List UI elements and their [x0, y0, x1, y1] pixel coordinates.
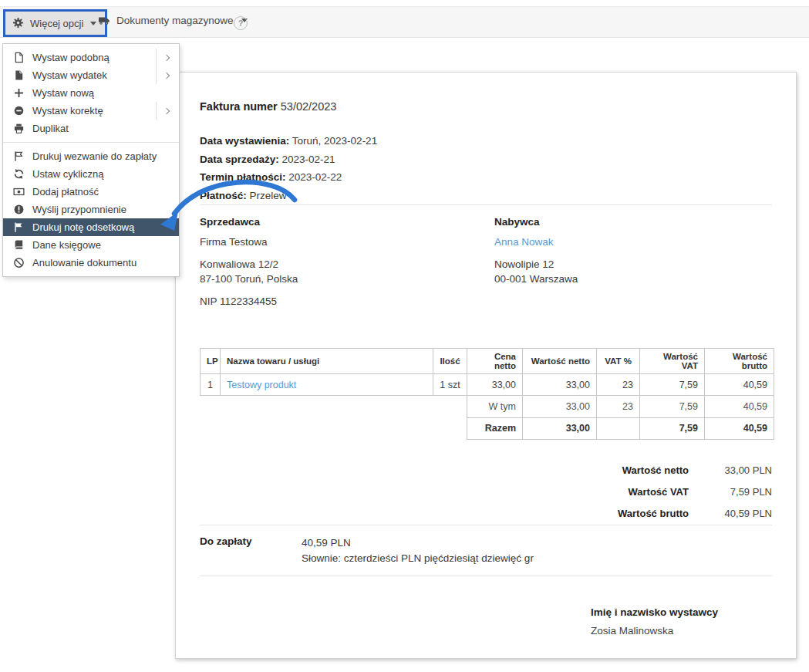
menu-item-wystaw-korekte[interactable]: Wystaw korektę — [3, 102, 179, 120]
menu-item-ustaw-cykliczna[interactable]: Ustaw cykliczną — [3, 165, 179, 183]
menu-item-dodaj-platnosc[interactable]: Dodaj płatność — [3, 183, 179, 201]
payment-due-amount: 40,59 PLN — [302, 535, 534, 551]
document-outline-icon — [13, 52, 25, 63]
submenu-chevron-icon — [156, 66, 179, 84]
menu-item-wyslij-przypomnienie[interactable]: Wyślij przypomnienie — [3, 201, 179, 218]
signature-block: Imię i nazwisko wystawcy Zosia Malinowsk… — [591, 606, 772, 637]
subtotal-gross: 40,59 — [705, 417, 774, 439]
divider — [200, 204, 772, 205]
item-row: 1 Testowy produkt 1 szt 33,00 33,00 23 7… — [201, 374, 774, 396]
annotation-rectangle: Więcej opcji — [3, 9, 107, 37]
meta-row-issue-date: Data wystawienia: Toruń, 2023-02-21 — [200, 132, 772, 150]
seller-address-line1: Konwaliowa 12/2 — [200, 258, 494, 272]
more-options-label: Więcej opcji — [30, 18, 83, 29]
meta-label: Data wystawienia: — [200, 135, 289, 147]
item-qty: 1 szt — [433, 374, 467, 396]
menu-item-wystaw-wydatek[interactable]: Wystaw wydatek — [3, 66, 179, 84]
total-value: 7,59 PLN — [689, 486, 772, 498]
meta-label: Płatność: — [200, 190, 247, 201]
divider — [200, 576, 772, 576]
menu-item-wystaw-podobna[interactable]: Wystaw podobną — [3, 49, 179, 66]
menu-item-drukuj-note-odsetkowa[interactable]: Drukuj notę odsetkową — [3, 218, 179, 236]
menu-item-label: Duplikat — [32, 123, 179, 134]
caret-down-icon — [90, 22, 96, 25]
more-options-dropdown-menu: Wystaw podobną Wystaw wydatek Wystaw now… — [2, 43, 180, 277]
buyer-heading: Nabywca — [494, 216, 578, 228]
menu-item-label: Ustaw cykliczną — [32, 168, 179, 180]
submenu-chevron-icon — [156, 102, 179, 120]
invoice-title: Faktura numer 53/02/2023 — [200, 100, 772, 113]
meta-value: Przelew — [250, 190, 287, 201]
item-name-link[interactable]: Testowy produkt — [227, 380, 296, 390]
items-table: LP Nazwa towaru / usługi Ilość Cena nett… — [200, 348, 774, 396]
help-label: ? — [238, 19, 244, 28]
invoice-number: 53/02/2023 — [281, 100, 337, 113]
subtotal-gross: 40,59 — [705, 396, 774, 417]
meta-value: 2023-02-22 — [288, 171, 342, 183]
parties-section: Sprzedawca Firma Testowa Konwaliowa 12/2… — [200, 216, 772, 307]
subtotal-row-wtym: W tym 33,00 23 7,59 40,59 — [467, 396, 774, 417]
seller-address-line2: 87-100 Toruń, Polska — [200, 272, 494, 287]
total-label: Wartość netto — [622, 464, 689, 476]
vat-summary-table: W tym 33,00 23 7,59 40,59 Razem 33,00 7,… — [467, 396, 774, 440]
seller-tax-id: NIP 1122334455 — [200, 295, 494, 307]
truck-icon — [98, 14, 110, 26]
buyer-address: Nowolipie 12 00-001 Warszawa — [494, 258, 578, 286]
invoice-document: Faktura numer 53/02/2023 Data wystawieni… — [175, 72, 797, 659]
total-label: Wartość VAT — [629, 486, 689, 498]
menu-item-anulowanie-dokumentu[interactable]: Anulowanie dokumentu — [3, 254, 179, 272]
buyer-block: Nabywca Anna Nowak Nowolipie 12 00-001 W… — [494, 216, 578, 307]
totals-section: Wartość netto 33,00 PLN Wartość VAT 7,59… — [200, 460, 772, 525]
book-icon — [13, 239, 25, 251]
warehouse-documents-label: Dokumenty magazynowe — [116, 15, 234, 26]
total-value: 40,59 PLN — [689, 508, 772, 519]
warehouse-documents-button[interactable]: Dokumenty magazynowe — [98, 14, 248, 26]
gear-icon — [12, 17, 25, 29]
item-gross-value: 40,59 — [705, 374, 774, 396]
item-net-value: 33,00 — [523, 374, 597, 396]
menu-item-label: Wystaw korektę — [32, 105, 153, 117]
minus-circle-icon — [13, 105, 25, 117]
subtotal-label: Razem — [467, 417, 523, 439]
menu-item-dane-ksiegowe[interactable]: Dane księgowe — [3, 236, 179, 254]
menu-item-drukuj-wezwanie[interactable]: Drukuj wezwanie do zapłaty — [3, 147, 179, 165]
banknote-icon — [13, 186, 25, 198]
menu-item-wystaw-nowa[interactable]: Wystaw nową — [3, 84, 179, 102]
item-lp: 1 — [201, 374, 221, 396]
seller-name: Firma Testowa — [200, 236, 494, 248]
menu-item-label: Wyślij przypomnienie — [32, 204, 179, 215]
menu-item-duplikat[interactable]: Duplikat — [3, 120, 179, 137]
plus-icon — [13, 87, 25, 99]
meta-value: Toruń, 2023-02-21 — [292, 135, 377, 147]
seller-block: Sprzedawca Firma Testowa Konwaliowa 12/2… — [200, 216, 494, 307]
meta-row-payment-deadline: Termin płatności: 2023-02-22 — [200, 168, 772, 187]
total-gross-row: Wartość brutto 40,59 PLN — [200, 503, 772, 525]
menu-item-label: Wystaw wydatek — [32, 69, 153, 81]
more-options-button[interactable]: Więcej opcji — [5, 12, 105, 35]
refresh-icon — [13, 168, 25, 180]
invoice-meta: Data wystawienia: Toruń, 2023-02-21 Data… — [200, 132, 772, 204]
col-header-vat-value: Wartość VAT — [640, 349, 705, 374]
item-vat-rate: 23 — [597, 374, 640, 396]
buyer-name-link[interactable]: Anna Nowak — [494, 236, 554, 248]
meta-row-payment-method: Płatność: Przelew — [200, 187, 772, 205]
payment-due-in-words: Słownie: czterdzieści PLN pięćdziesiąt d… — [302, 551, 534, 566]
subtotal-net: 33,00 — [523, 417, 597, 439]
menu-item-label: Wystaw podobną — [32, 52, 153, 63]
payment-due-label: Do zapłaty — [200, 535, 302, 566]
exclamation-circle-icon — [13, 204, 25, 215]
menu-item-label: Drukuj wezwanie do zapłaty — [32, 150, 179, 162]
printer-icon — [13, 123, 25, 134]
submenu-chevron-icon — [156, 49, 179, 66]
total-vat-row: Wartość VAT 7,59 PLN — [200, 481, 772, 503]
menu-item-label: Dane księgowe — [32, 239, 179, 251]
total-net-row: Wartość netto 33,00 PLN — [200, 460, 772, 481]
help-button[interactable]: ? — [234, 16, 248, 30]
subtotal-vat-rate: 23 — [597, 396, 640, 417]
flag-outline-icon — [13, 150, 25, 162]
col-header-gross-value: Wartość brutto — [705, 349, 774, 374]
menu-divider — [3, 142, 179, 143]
item-net-price: 33,00 — [467, 374, 523, 396]
cancel-circle-icon — [13, 257, 25, 268]
total-value: 33,00 PLN — [689, 464, 772, 476]
